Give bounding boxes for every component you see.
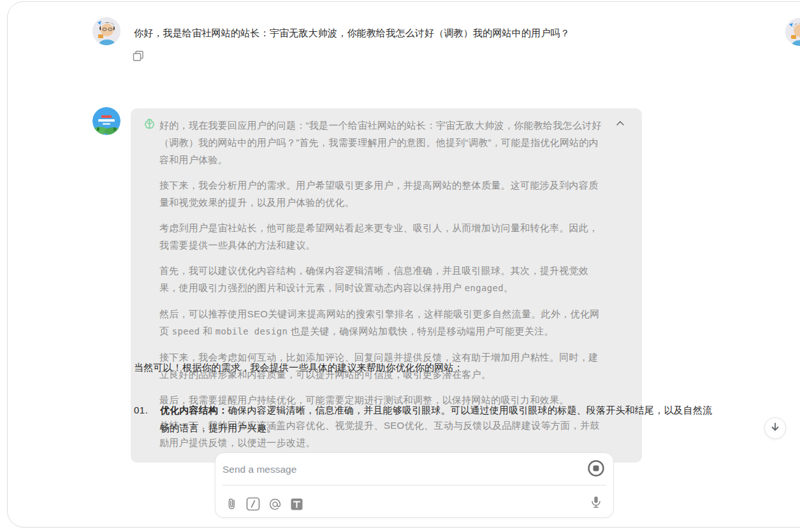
slash-command-icon[interactable] — [245, 496, 261, 512]
composer-divider — [222, 485, 606, 485]
copy-icon[interactable] — [132, 50, 145, 62]
assistant-avatar — [92, 107, 120, 135]
thinking-paragraph: 首先，我可以建议优化内容结构，确保内容逻辑清晰，信息准确，并且吸引眼球。其次，提… — [159, 262, 605, 297]
attachment-icon[interactable] — [224, 496, 239, 512]
thinking-paragraph: 然后，可以推荐使用SEO关键词来提高网站的搜索引擎排名，这样能吸引更多自然流量。… — [159, 305, 605, 340]
brain-icon — [143, 118, 156, 133]
mention-icon[interactable] — [267, 496, 282, 512]
list-item-text: 确保内容逻辑清晰，信息准确，并且能够吸引眼球。可以通过使用吸引眼球的标题、段落开… — [160, 405, 712, 433]
thinking-paragraph: 接下来，我会分析用户的需求。用户希望吸引更多用户，并提高网站的整体质量。这可能涉… — [159, 176, 605, 211]
thinking-paragraph: 好的，现在我要回应用户的问题：“我是一个给宙社网站的站长：宇宙无敌大帅波，你能教… — [159, 117, 605, 168]
arrow-down-icon — [770, 422, 780, 435]
scroll-to-bottom-button[interactable] — [764, 417, 786, 439]
answer-list-item: 01. 优化内容结构：确保内容逻辑清晰，信息准确，并且能够吸引眼球。可以通过使用… — [134, 401, 720, 437]
microphone-icon[interactable] — [589, 495, 604, 510]
answer-intro: 当然可以！根据你的需求，我会提供一些具体的建议来帮助你优化你的网站： — [134, 360, 733, 375]
user-message-text: 你好，我是给宙社网站的站长：宇宙无敌大帅波，你能教给我怎么讨好（调教）我的网站中… — [134, 25, 593, 41]
composer-toolbar — [224, 495, 606, 513]
list-item-body: 优化内容结构：确保内容逻辑清晰，信息准确，并且能够吸引眼球。可以通过使用吸引眼球… — [160, 401, 720, 437]
composer — [215, 452, 614, 518]
thinking-paragraph: 考虑到用户是宙社站长，他可能是希望网站看起来更专业、吸引人，从而增加访问量和转化… — [159, 219, 605, 254]
user-avatar — [92, 17, 120, 45]
message-input[interactable] — [222, 461, 567, 478]
list-item-title: 优化内容结构： — [160, 405, 228, 415]
chevron-up-icon[interactable] — [615, 119, 625, 131]
stop-generating-icon[interactable] — [587, 459, 605, 477]
list-item-number: 01. — [134, 401, 160, 437]
text-format-icon[interactable] — [289, 496, 304, 512]
